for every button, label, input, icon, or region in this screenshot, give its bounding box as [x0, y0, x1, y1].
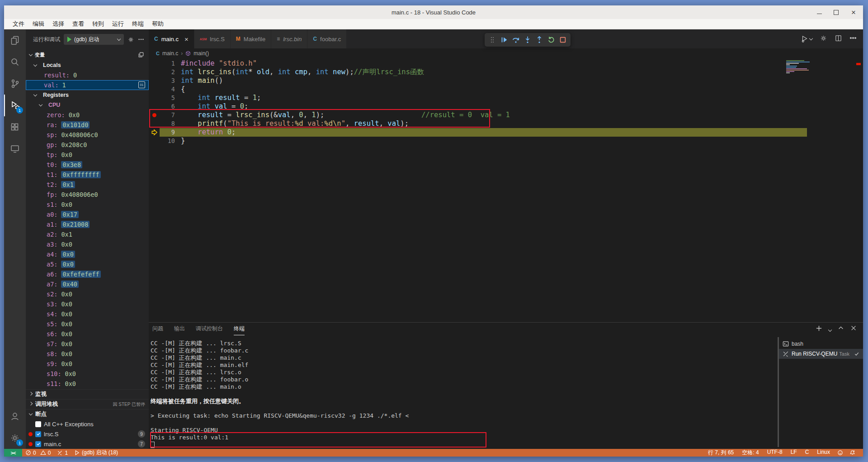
editor-settings-gear-icon[interactable]	[820, 34, 827, 44]
debug-settings-gear-icon[interactable]	[127, 36, 134, 43]
close-tab-icon[interactable]: ×	[184, 35, 189, 43]
explorer-icon[interactable]	[4, 29, 26, 51]
search-icon[interactable]	[4, 51, 26, 73]
maximize-panel-icon[interactable]	[838, 325, 844, 333]
gutter[interactable]	[149, 85, 160, 94]
register-row-t0[interactable]: t0:0x3e8	[26, 160, 149, 170]
tab-foobar.c[interactable]: Cfoobar.c	[307, 29, 347, 48]
gutter[interactable]	[149, 94, 160, 102]
debug-session-status[interactable]: (gdb) 启动 (18)	[71, 449, 121, 457]
menu-item-4[interactable]: 转到	[88, 20, 108, 28]
gutter[interactable]	[149, 128, 160, 137]
collapse-all-icon[interactable]	[138, 52, 144, 58]
register-row-t3[interactable]: t3:0x0	[26, 389, 149, 389]
menu-item-1[interactable]: 编辑	[28, 20, 48, 28]
breakpoint-dot-icon[interactable]	[152, 113, 156, 117]
accounts-icon[interactable]	[4, 405, 26, 427]
breakpoints-section-header[interactable]: 断点	[26, 409, 149, 419]
variable-row-result[interactable]: result:0	[26, 70, 149, 80]
status-item-3[interactable]: LF	[787, 449, 801, 457]
gutter[interactable]	[149, 111, 160, 119]
remote-indicator[interactable]: ><	[4, 449, 22, 457]
tab-lrsc.S[interactable]: ASMlrsc.S	[194, 29, 231, 48]
status-item-5[interactable]: Linux	[813, 449, 834, 457]
register-row-t2[interactable]: t2:0x1	[26, 180, 149, 190]
feedback-smiley-icon[interactable]	[834, 449, 846, 457]
watch-section-header[interactable]: 监视	[26, 389, 149, 399]
stop-button[interactable]	[558, 35, 568, 45]
new-terminal-icon[interactable]	[816, 325, 822, 333]
tab-Makefile[interactable]: MMakefile	[231, 29, 271, 48]
register-row-s9[interactable]: s9:0x0	[26, 359, 149, 369]
breakpoint-row[interactable]: main.c7	[26, 439, 149, 449]
terminal-list-item-bash[interactable]: bash	[779, 339, 863, 349]
register-row-a4[interactable]: a4:0x0	[26, 249, 149, 259]
restart-button[interactable]	[546, 35, 556, 45]
register-row-s4[interactable]: s4:0x0	[26, 309, 149, 319]
register-row-s2[interactable]: s2:0x0	[26, 289, 149, 299]
menu-item-6[interactable]: 终端	[128, 20, 148, 28]
status-item-4[interactable]: C	[801, 449, 813, 457]
register-row-t1[interactable]: t1:0xffffffff	[26, 170, 149, 180]
menu-item-0[interactable]: 文件	[9, 20, 28, 28]
register-row-a1[interactable]: a1:0x21008	[26, 219, 149, 229]
gutter[interactable]	[149, 68, 160, 76]
terminal-dropdown-icon[interactable]	[829, 325, 831, 333]
step-into-button[interactable]	[523, 35, 533, 45]
breakpoint-checkbox[interactable]	[35, 441, 41, 447]
gutter[interactable]	[149, 119, 160, 128]
remote-explorer-icon[interactable]	[4, 138, 26, 160]
minimap[interactable]	[786, 60, 812, 74]
tab-main.c[interactable]: Cmain.c×	[149, 29, 194, 48]
breadcrumb[interactable]: C main.c › main()	[149, 48, 863, 58]
register-row-s1[interactable]: s1:0x0	[26, 200, 149, 210]
panel-tab-问题[interactable]: 问题	[152, 323, 163, 335]
breakpoint-checkbox[interactable]	[35, 431, 41, 437]
register-row-s10[interactable]: s10:0x0	[26, 369, 149, 379]
register-row-s3[interactable]: s3:0x0	[26, 299, 149, 309]
section-cpu[interactable]: CPU	[26, 100, 149, 110]
register-row-sp[interactable]: sp:0x408006c0	[26, 130, 149, 140]
settings-gear-icon[interactable]: 1	[4, 427, 26, 449]
terminal-output[interactable]: CC -[M] 正在构建 ... lrsc.SCC -[M] 正在构建 ... …	[149, 335, 778, 449]
breadcrumb-symbol[interactable]: main()	[193, 50, 209, 57]
extensions-icon[interactable]	[4, 116, 26, 138]
run-and-debug-icon[interactable]: 1	[4, 95, 26, 116]
register-row-a2[interactable]: a2:0x1	[26, 229, 149, 239]
close-panel-icon[interactable]	[850, 325, 857, 333]
register-row-a7[interactable]: a7:0x40	[26, 279, 149, 289]
register-row-fp[interactable]: fp:0x408006e0	[26, 190, 149, 200]
run-file-button[interactable]	[801, 35, 812, 43]
gutter[interactable]	[149, 59, 160, 68]
breadcrumb-file[interactable]: main.c	[162, 50, 178, 57]
menu-item-2[interactable]: 选择	[48, 20, 68, 28]
more-actions-icon[interactable]	[138, 36, 144, 43]
menu-item-3[interactable]: 查看	[68, 20, 88, 28]
more-actions-icon[interactable]	[849, 34, 857, 43]
breakpoint-row[interactable]: All C++ Exceptions	[26, 419, 149, 429]
register-row-a5[interactable]: a5:0x0	[26, 259, 149, 269]
register-row-s6[interactable]: s6:0x0	[26, 329, 149, 339]
continue-button[interactable]	[499, 35, 509, 45]
toolbar-grip[interactable]	[487, 35, 497, 45]
register-row-gp[interactable]: gp:0x208c0	[26, 140, 149, 150]
status-item-2[interactable]: UTF-8	[763, 449, 787, 457]
debug-config-dropdown[interactable]: (gdb) 启动	[64, 34, 124, 45]
section-registers[interactable]: Registers	[26, 90, 149, 100]
notifications-bell-icon[interactable]	[846, 449, 859, 457]
code-editor[interactable]: 1#include "stdio.h"2int lrsc_ins(int* ol…	[149, 58, 863, 322]
menu-item-5[interactable]: 运行	[108, 20, 128, 28]
panel-tab-终端[interactable]: 终端	[234, 323, 245, 335]
tab-lrsc.bin[interactable]: ≡lrsc.bin	[271, 29, 307, 48]
register-row-s8[interactable]: s8:0x0	[26, 349, 149, 359]
register-row-s11[interactable]: s11:0x0	[26, 379, 149, 389]
start-debug-icon[interactable]	[67, 37, 71, 42]
register-row-s5[interactable]: s5:0x0	[26, 319, 149, 329]
terminal-list-item-Run RISCV-QEMU[interactable]: Run RISCV-QEMUTask	[779, 349, 863, 359]
breakpoint-checkbox[interactable]	[35, 421, 41, 427]
minimize-button[interactable]	[817, 10, 822, 14]
problems-status[interactable]: 0 0	[22, 449, 54, 457]
split-editor-icon[interactable]	[835, 34, 842, 44]
tasks-status[interactable]: 1	[54, 449, 71, 457]
register-row-a0[interactable]: a0:0x17	[26, 210, 149, 219]
